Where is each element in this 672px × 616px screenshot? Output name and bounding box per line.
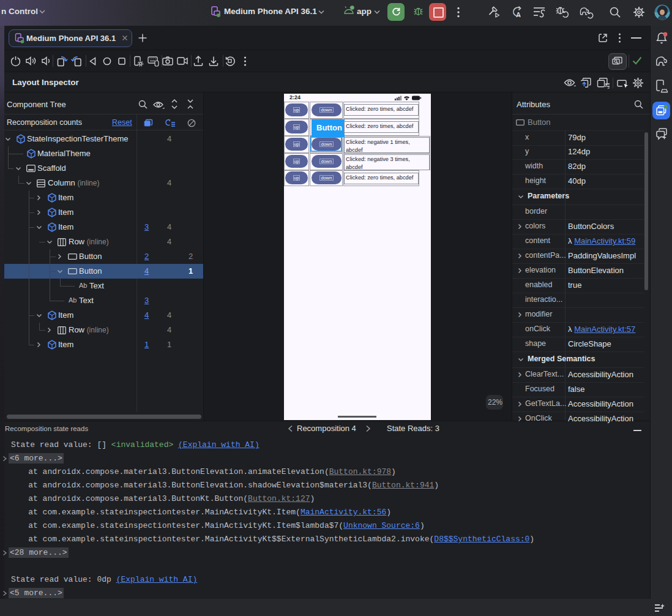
svg-text:A: A [516, 11, 521, 18]
